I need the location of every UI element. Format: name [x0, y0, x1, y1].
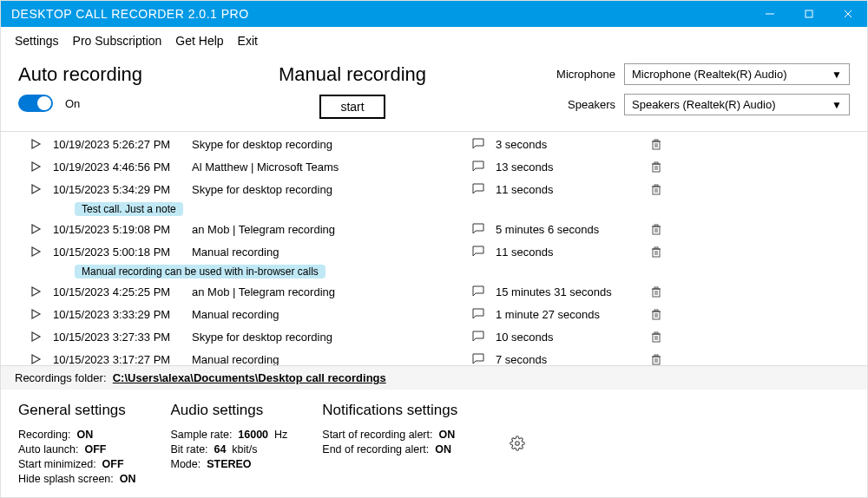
- play-icon[interactable]: [30, 138, 42, 150]
- recording-row[interactable]: 10/15/2023 4:25:25 PMan Mob | Telegram r…: [1, 281, 867, 302]
- auto-recording-toggle[interactable]: [18, 95, 53, 112]
- svg-point-58: [516, 442, 520, 446]
- settings-line: Sample rate: 16000 Hz: [170, 429, 287, 441]
- svg-marker-4: [32, 140, 40, 148]
- recording-time: 10/15/2023 3:17:27 PM: [53, 353, 192, 366]
- svg-rect-9: [654, 140, 658, 141]
- recording-row[interactable]: 10/15/2023 3:17:27 PMManual recording7 s…: [1, 349, 867, 365]
- comment-icon[interactable]: [471, 182, 485, 196]
- recording-row[interactable]: 10/15/2023 3:27:33 PMSkype for desktop r…: [1, 326, 867, 347]
- recording-note-row: Test call. Just a note: [1, 201, 867, 217]
- recording-row[interactable]: 10/15/2023 5:34:29 PMSkype for desktop r…: [1, 179, 867, 200]
- trash-icon[interactable]: [650, 246, 662, 258]
- menu-pro-subscription[interactable]: Pro Subscription: [73, 34, 162, 48]
- comment-icon[interactable]: [471, 245, 485, 259]
- speakers-select[interactable]: Speakers (Realtek(R) Audio) ▼: [624, 94, 850, 115]
- recording-duration: 10 seconds: [496, 331, 643, 344]
- play-icon[interactable]: [30, 285, 42, 298]
- svg-rect-15: [654, 162, 658, 164]
- speakers-value: Speakers (Realtek(R) Audio): [632, 98, 775, 111]
- trash-icon[interactable]: [650, 331, 662, 343]
- svg-rect-21: [654, 185, 658, 187]
- folder-label: Recordings folder:: [15, 371, 107, 384]
- menu-exit[interactable]: Exit: [238, 34, 258, 48]
- recording-row[interactable]: 10/15/2023 5:00:18 PMManual recording11 …: [1, 241, 867, 262]
- svg-rect-1: [806, 10, 812, 17]
- comment-icon[interactable]: [471, 137, 485, 151]
- comment-icon[interactable]: [471, 160, 485, 174]
- trash-icon[interactable]: [650, 353, 662, 365]
- svg-rect-17: [653, 187, 660, 194]
- settings-line: End of recording alert: ON: [322, 443, 457, 455]
- recording-duration: 3 seconds: [496, 138, 643, 151]
- comment-icon[interactable]: [471, 307, 485, 321]
- close-button[interactable]: [828, 1, 867, 27]
- svg-marker-46: [32, 332, 40, 341]
- play-icon[interactable]: [30, 223, 42, 235]
- comment-icon[interactable]: [471, 352, 485, 365]
- svg-rect-51: [654, 332, 658, 334]
- recording-note-row: Manual recording can be used with in-bro…: [1, 264, 867, 279]
- svg-rect-53: [653, 357, 660, 364]
- recording-duration: 1 minute 27 seconds: [496, 308, 643, 321]
- svg-marker-34: [32, 287, 40, 296]
- play-icon[interactable]: [30, 353, 42, 365]
- recording-note: Test call. Just a note: [75, 202, 183, 216]
- recording-row[interactable]: 10/19/2023 5:26:27 PMSkype for desktop r…: [1, 134, 867, 154]
- comment-icon[interactable]: [471, 222, 485, 236]
- menubar: Settings Pro Subscription Get Help Exit: [1, 27, 867, 55]
- play-icon[interactable]: [30, 183, 42, 195]
- svg-marker-52: [32, 355, 40, 364]
- controls-row: Auto recording On Manual recording start…: [1, 55, 867, 132]
- settings-line: Bit rate: 64 kbit/s: [170, 443, 287, 455]
- recording-source: Skype for desktop recording: [192, 138, 461, 151]
- play-icon[interactable]: [30, 246, 42, 258]
- trash-icon[interactable]: [650, 285, 662, 298]
- recording-row[interactable]: 10/15/2023 3:33:29 PMManual recording1 m…: [1, 304, 867, 324]
- recording-time: 10/15/2023 3:33:29 PM: [53, 308, 192, 321]
- trash-icon[interactable]: [650, 138, 662, 150]
- manual-recording-section: Manual recording start: [253, 63, 452, 119]
- comment-icon[interactable]: [471, 285, 485, 298]
- settings-line: Hide splash screen: ON: [18, 473, 135, 485]
- svg-marker-22: [32, 225, 40, 233]
- svg-marker-40: [32, 310, 40, 318]
- recording-time: 10/19/2023 4:46:56 PM: [53, 161, 192, 174]
- settings-section-title: General settings: [18, 402, 135, 419]
- recording-duration: 15 minutes 31 seconds: [496, 285, 643, 298]
- menu-settings[interactable]: Settings: [15, 34, 59, 48]
- minimize-button[interactable]: [750, 1, 789, 27]
- folder-path-link[interactable]: C:\Users\alexa\Documents\Desktop call re…: [113, 371, 386, 384]
- recording-time: 10/15/2023 5:34:29 PM: [53, 183, 192, 196]
- gear-icon[interactable]: [510, 436, 525, 451]
- svg-rect-27: [654, 225, 658, 226]
- recording-source: Manual recording: [192, 353, 461, 366]
- auto-recording-section: Auto recording On: [18, 63, 253, 112]
- play-icon[interactable]: [30, 161, 42, 173]
- trash-icon[interactable]: [650, 308, 662, 320]
- svg-rect-11: [653, 164, 660, 172]
- recording-note: Manual recording can be used with in-bro…: [75, 265, 326, 278]
- play-icon[interactable]: [30, 308, 42, 320]
- recording-time: 10/19/2023 5:26:27 PM: [53, 138, 192, 151]
- trash-icon[interactable]: [650, 161, 662, 173]
- comment-icon[interactable]: [471, 330, 485, 344]
- recording-row[interactable]: 10/19/2023 4:46:56 PMAl Matthew | Micros…: [1, 156, 867, 177]
- recording-row[interactable]: 10/15/2023 5:19:08 PMan Mob | Telegram r…: [1, 219, 867, 239]
- recordings-list[interactable]: 10/19/2023 5:26:27 PMSkype for desktop r…: [1, 132, 867, 365]
- menu-get-help[interactable]: Get Help: [175, 34, 223, 48]
- svg-marker-10: [32, 162, 40, 171]
- play-icon[interactable]: [30, 331, 42, 343]
- start-button[interactable]: start: [319, 95, 385, 119]
- settings-section-title: Notifications settings: [322, 402, 457, 419]
- settings-panel: General settingsRecording: ONAuto launch…: [1, 390, 867, 497]
- settings-gear-column: [510, 402, 525, 485]
- trash-icon[interactable]: [650, 223, 662, 235]
- settings-line: Recording: ON: [18, 429, 135, 441]
- titlebar: DESKTOP CALL RECORDER 2.0.1 PRO: [1, 1, 867, 27]
- maximize-button[interactable]: [789, 1, 828, 27]
- recording-duration: 13 seconds: [496, 161, 643, 174]
- settings-line: Start minimized: OFF: [18, 458, 135, 470]
- trash-icon[interactable]: [650, 183, 662, 195]
- microphone-select[interactable]: Microphone (Realtek(R) Audio) ▼: [624, 63, 850, 85]
